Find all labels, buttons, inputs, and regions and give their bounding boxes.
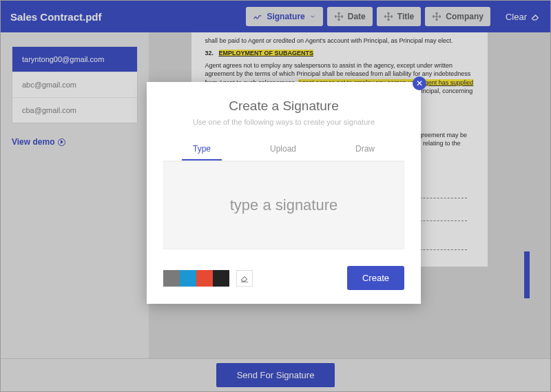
modal-subtitle: Use one of the following ways to create …	[163, 118, 404, 126]
color-swatches	[163, 270, 253, 287]
close-icon[interactable]: ✕	[413, 76, 426, 90]
signature-input[interactable]	[164, 196, 404, 214]
eraser-icon[interactable]	[236, 270, 253, 287]
signature-canvas	[163, 161, 404, 249]
tab-draw[interactable]: Draw	[344, 138, 386, 161]
tab-type[interactable]: Type	[182, 138, 222, 161]
modal-title: Create a Signature	[163, 99, 404, 114]
signature-method-tabs: Type Upload Draw	[163, 138, 404, 161]
create-button[interactable]: Create	[347, 266, 404, 290]
modal-footer: Create	[163, 266, 404, 290]
tab-upload[interactable]: Upload	[259, 138, 307, 161]
color-swatch-blue[interactable]	[180, 270, 196, 287]
color-swatch-red[interactable]	[196, 270, 213, 287]
color-swatch-gray[interactable]	[163, 270, 180, 287]
color-swatch-black[interactable]	[213, 270, 229, 287]
create-signature-modal: ✕ Create a Signature Use one of the foll…	[147, 82, 421, 304]
